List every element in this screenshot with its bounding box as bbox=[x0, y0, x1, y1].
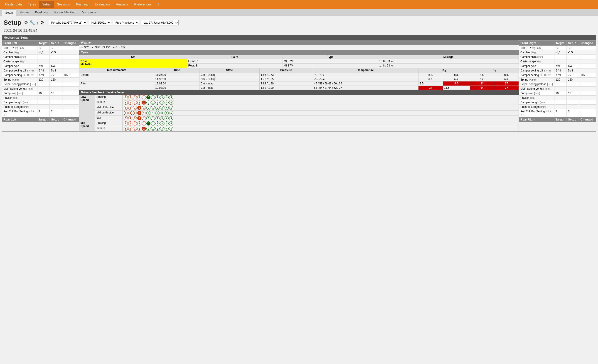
tyres-col-pairs: Pairs bbox=[187, 55, 282, 59]
nav-tyres[interactable]: Tyres bbox=[25, 1, 39, 8]
meas-after-kp1: 2.5 bbox=[418, 82, 443, 86]
meas-before-kp1: n.a. bbox=[418, 73, 443, 77]
nav-help[interactable]: ? bbox=[155, 1, 163, 8]
meas-after-temp2: 53 / 84 / 87 64 / 62 / 37 bbox=[313, 86, 418, 90]
nav-planning[interactable]: Planning bbox=[73, 1, 92, 8]
row-label-2: Camber shim [mm] bbox=[2, 55, 37, 59]
row-target-1: -1,5 bbox=[554, 50, 567, 55]
icon-arrow-up[interactable]: ↑ bbox=[37, 20, 39, 25]
rear-right-header: Rear Right Target Setup Changed bbox=[519, 117, 596, 122]
meas-after-kp3: 14 bbox=[418, 86, 443, 90]
row-target-3 bbox=[37, 59, 50, 64]
row-setup-7: 120 bbox=[50, 77, 62, 82]
subnav-setup[interactable]: Setup bbox=[2, 9, 16, 16]
row-setup-8 bbox=[567, 82, 579, 86]
nav-sessions[interactable]: Sessions bbox=[54, 1, 73, 8]
nav-analysis[interactable]: Analysis bbox=[113, 1, 131, 8]
tyre-set-cell: DS 4 Michelin bbox=[79, 59, 187, 68]
data-row-6: Damper setting HS B / RB 7 / 9 7 / 9 10 … bbox=[2, 73, 79, 77]
car-selector[interactable]: Porsche 911 GT3 "Horst" bbox=[49, 20, 87, 25]
subnav-documents[interactable]: Documents bbox=[79, 9, 100, 16]
meas-before-ky1: n.a. bbox=[470, 73, 494, 77]
row-changed-2 bbox=[579, 55, 596, 59]
subnav-feedback[interactable]: Feedback bbox=[32, 9, 51, 16]
row-target-11 bbox=[37, 96, 50, 100]
data-row-3: Caster angle [deg] bbox=[519, 59, 596, 64]
row-setup-3 bbox=[50, 59, 62, 64]
front-right-label: Front Right bbox=[519, 40, 554, 46]
row-target-4: KW bbox=[37, 64, 50, 68]
icon-tools[interactable]: 🔧 bbox=[30, 20, 35, 25]
row-setup-2 bbox=[567, 55, 579, 59]
row-changed-0 bbox=[62, 46, 79, 50]
subnav-history-mecking[interactable]: History Mecking bbox=[51, 9, 79, 16]
meas-col-pressure: Pressure bbox=[259, 68, 313, 73]
front-right-header: Front Right Target Setup Changed bbox=[519, 40, 596, 46]
tyres-header: Tyres bbox=[79, 50, 519, 55]
row-changed-3 bbox=[579, 59, 596, 64]
row-label-13: Pushrod Length [mm] bbox=[2, 105, 37, 109]
meas-after-ky3: 34 bbox=[470, 86, 494, 90]
row-label-3: Caster angle [deg] bbox=[519, 59, 554, 64]
row-target-14: 2 bbox=[554, 109, 567, 117]
section-header-mechanical: Mechanical Setup bbox=[2, 35, 596, 40]
lap-selector[interactable]: Lap 17: Jessy 08:43,000 bbox=[141, 20, 179, 25]
row-target-8 bbox=[554, 82, 567, 86]
row-target-4: KW bbox=[554, 64, 567, 68]
nav-preferences[interactable]: Preferences bbox=[131, 1, 155, 8]
main-area: Mechanical Setup Front Left Target Setup… bbox=[0, 35, 598, 133]
subnav-history[interactable]: History bbox=[16, 9, 32, 16]
data-row-5: Damper setting LS B / RB 5 / 8 5 / 8 bbox=[519, 68, 596, 73]
front-left-setup-header: Setup bbox=[50, 40, 62, 46]
rear-right-changed-header: Changed bbox=[579, 117, 596, 122]
meas-before-temp1: -/-/- -/-/-/- bbox=[313, 73, 418, 77]
row-setup-4: KW bbox=[50, 64, 62, 68]
row-label-13: Pushrod Length [mm] bbox=[519, 105, 554, 109]
feedback-midon-label: Mid on throttle bbox=[95, 110, 123, 116]
nav-evaluation[interactable]: Evaluation bbox=[92, 1, 113, 8]
right-panel: Front Right Target Setup Changed Toe ( +… bbox=[519, 40, 596, 131]
meas-before-time2: 11:36:00 bbox=[154, 77, 199, 82]
row-target-6: 7 / 9 bbox=[37, 73, 50, 77]
meas-before-label: Before bbox=[79, 73, 154, 82]
row-label-7: Spring [N/mm] bbox=[519, 77, 554, 82]
row-setup-9 bbox=[567, 86, 579, 91]
row-setup-12 bbox=[567, 100, 579, 105]
row-target-10: 10 bbox=[37, 91, 50, 96]
meas-after-ky2: 27 bbox=[494, 82, 519, 86]
page-header: Setup ⚙ 🔧 ↑ ⚙ Porsche 911 GT3 "Horst" NL… bbox=[0, 16, 598, 28]
row-setup-0: -1 bbox=[567, 46, 579, 50]
row-setup-10: 10 bbox=[50, 91, 62, 96]
row-label-6: Damper setting HS B / RB bbox=[519, 73, 554, 77]
front-left-changed-header: Changed bbox=[62, 40, 79, 46]
meas-after-ky1: 23 bbox=[470, 82, 494, 86]
weather-content: ♨ 5°C ☁ 58% ☐ 9°C ☁☂ ↯↯↯ bbox=[79, 45, 519, 50]
row-changed-7 bbox=[579, 77, 596, 82]
row-target-1: -1,5 bbox=[37, 50, 50, 55]
row-target-2 bbox=[37, 55, 50, 59]
meas-before-pressure2: 1.72 / 1.85 bbox=[259, 77, 313, 82]
row-label-5: Damper setting LS B / RB bbox=[519, 68, 554, 73]
meas-col-temp: Temperature bbox=[313, 68, 418, 73]
tyre-pairs-rear: Rear: 8 bbox=[187, 64, 282, 68]
icon-settings2[interactable]: ⚙ bbox=[40, 20, 44, 25]
row-setup-5: 5 / 8 bbox=[50, 68, 62, 73]
nav-master-data[interactable]: Master data bbox=[2, 1, 25, 8]
row-setup-4: KW bbox=[567, 64, 579, 68]
practice-selector[interactable]: Free Practise 1 bbox=[113, 20, 139, 25]
tyres-col-mileage: Mileage bbox=[378, 55, 519, 59]
data-row-11: Packer [mm] bbox=[2, 96, 79, 100]
data-row-7: Spring [N/mm] 120 120 bbox=[2, 77, 79, 82]
session-selector[interactable]: NLS 2/2021 bbox=[89, 20, 111, 25]
icon-settings1[interactable]: ⚙ bbox=[24, 20, 28, 25]
data-row-10: Bump stop [mm] 10 10 bbox=[519, 91, 596, 96]
row-changed-1 bbox=[62, 50, 79, 55]
data-row-0: Toe ( + = In) [mm] -1 -1 bbox=[519, 46, 596, 50]
row-target-9 bbox=[37, 86, 50, 91]
nav-setup[interactable]: Setup bbox=[39, 1, 54, 8]
tyre-mileage-rear: 1 / 8 / 53 km bbox=[378, 64, 519, 68]
row-changed-0 bbox=[579, 46, 596, 50]
left-panel: Front Left Target Setup Changed Toe ( + … bbox=[2, 40, 79, 131]
row-changed-5 bbox=[62, 68, 79, 73]
row-target-13 bbox=[37, 105, 50, 109]
